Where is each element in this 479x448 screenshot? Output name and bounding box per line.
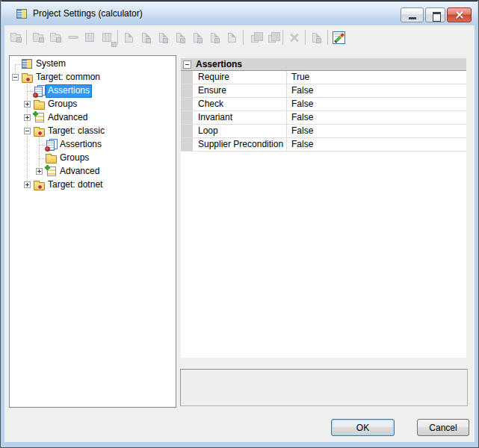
precompile-icon[interactable] bbox=[98, 29, 115, 46]
row-gutter bbox=[181, 98, 194, 111]
page-h-icon[interactable] bbox=[120, 29, 137, 46]
property-row[interactable]: Check False bbox=[181, 98, 466, 111]
maximize-button[interactable] bbox=[425, 7, 445, 22]
toolbar-separator bbox=[305, 30, 306, 45]
tree-item-label: System bbox=[34, 58, 67, 70]
page-remove-icon[interactable] bbox=[223, 29, 241, 46]
category-title: Assertions bbox=[191, 59, 242, 69]
expander-plus-icon[interactable] bbox=[36, 168, 43, 175]
property-value[interactable]: True bbox=[287, 71, 466, 84]
minimize-button[interactable] bbox=[401, 7, 424, 22]
property-value[interactable]: False bbox=[287, 84, 466, 97]
seal-badge bbox=[45, 146, 50, 152]
toolbar-separator bbox=[327, 30, 328, 45]
settings-tree[interactable]: System Target: common Assertions Groups bbox=[9, 55, 176, 408]
tree-item-advanced-common[interactable]: Advanced bbox=[10, 111, 176, 125]
tree-item-groups-common[interactable]: Groups bbox=[10, 98, 176, 111]
row-gutter bbox=[181, 71, 194, 84]
tree-connector bbox=[39, 158, 46, 159]
property-value[interactable]: False bbox=[287, 98, 466, 111]
property-name: Ensure bbox=[194, 84, 287, 97]
toolbar-separator bbox=[243, 30, 244, 45]
property-value[interactable]: False bbox=[287, 138, 466, 151]
property-row[interactable]: Invariant False bbox=[181, 111, 466, 125]
folder-disk-icon[interactable] bbox=[7, 29, 24, 46]
library-icon[interactable] bbox=[81, 29, 98, 46]
page-export-icon[interactable] bbox=[206, 29, 223, 46]
delete-icon[interactable] bbox=[285, 29, 303, 46]
row-gutter bbox=[181, 84, 194, 97]
tree-item-assertions-classic[interactable]: Assertions bbox=[10, 138, 176, 152]
folder-target-icon[interactable] bbox=[29, 29, 46, 46]
expander-minus-icon[interactable] bbox=[12, 74, 19, 81]
folder-duplicate-icon[interactable] bbox=[46, 29, 64, 46]
apply-edit-icon[interactable] bbox=[308, 29, 325, 46]
property-value[interactable]: False bbox=[287, 125, 466, 137]
seal-badge bbox=[33, 93, 38, 98]
row-gutter bbox=[181, 111, 194, 124]
property-grid: Assertions Require True Ensure False Che… bbox=[181, 58, 466, 358]
caption-buttons bbox=[401, 7, 472, 22]
tree-item-groups-classic[interactable]: Groups bbox=[10, 152, 176, 165]
tree-item-label: Target: classic bbox=[46, 125, 106, 137]
cube-copy-icon[interactable] bbox=[263, 29, 280, 46]
toolbar-separator bbox=[26, 30, 27, 45]
folder-icon bbox=[46, 155, 57, 164]
window-title: Project Settings (calculator) bbox=[33, 8, 143, 19]
expander-plus-icon[interactable] bbox=[24, 101, 31, 108]
property-row[interactable]: Supplier Precondition False bbox=[181, 138, 466, 152]
app-icon bbox=[16, 9, 27, 19]
pages-copy-icon[interactable] bbox=[189, 29, 206, 46]
tree-connector bbox=[27, 91, 34, 92]
expander-plus-icon[interactable] bbox=[24, 114, 31, 121]
tree-connector bbox=[39, 145, 46, 146]
property-row[interactable]: Loop False bbox=[181, 125, 466, 138]
titlebar[interactable]: Project Settings (calculator) bbox=[1, 1, 478, 25]
tree-item-system[interactable]: System bbox=[10, 57, 176, 71]
toolbar bbox=[7, 28, 347, 47]
tree-item-advanced-classic[interactable]: Advanced bbox=[10, 165, 176, 178]
tree-item-assertions-common[interactable]: Assertions bbox=[10, 84, 176, 98]
tree-item-target-dotnet[interactable]: Target: dotnet bbox=[10, 178, 176, 192]
property-name: Invariant bbox=[194, 111, 287, 124]
dialog-client-area: System Target: common Assertions Groups bbox=[4, 25, 475, 442]
expander-minus-icon[interactable] bbox=[24, 128, 31, 134]
close-button[interactable] bbox=[447, 7, 472, 22]
advanced-icon bbox=[35, 113, 44, 122]
system-icon bbox=[22, 59, 32, 69]
tree-item-target-common[interactable]: Target: common bbox=[10, 71, 176, 84]
tree-item-label: Target: common bbox=[34, 72, 102, 84]
collapse-category-icon[interactable] bbox=[183, 60, 191, 69]
project-settings-window: Project Settings (calculator) bbox=[0, 0, 479, 448]
target-folder-icon bbox=[34, 128, 45, 137]
property-name: Check bbox=[194, 98, 287, 111]
tree-item-label-selected: Assertions bbox=[46, 85, 91, 97]
target-folder-icon bbox=[34, 182, 45, 190]
advanced-icon bbox=[47, 167, 56, 176]
page-add-alt-icon[interactable] bbox=[172, 29, 189, 46]
row-gutter bbox=[181, 125, 194, 137]
property-row[interactable]: Ensure False bbox=[181, 84, 466, 98]
property-category-header[interactable]: Assertions bbox=[181, 58, 466, 71]
page-add-icon[interactable] bbox=[155, 29, 172, 46]
tree-item-label: Groups bbox=[58, 152, 90, 164]
page-reload-icon[interactable] bbox=[137, 29, 155, 46]
property-row[interactable]: Require True bbox=[181, 71, 466, 84]
tree-item-label: Assertions bbox=[58, 139, 103, 151]
detach-icon[interactable] bbox=[64, 29, 81, 46]
tree-item-label: Target: dotnet bbox=[46, 179, 104, 191]
description-panel bbox=[180, 369, 468, 406]
expander-plus-icon[interactable] bbox=[24, 181, 31, 188]
cancel-button[interactable]: Cancel bbox=[417, 419, 469, 436]
cube-icon[interactable] bbox=[246, 29, 263, 46]
property-value[interactable]: False bbox=[287, 111, 466, 124]
tree-connector bbox=[15, 64, 22, 65]
toolbar-separator bbox=[117, 30, 118, 45]
tree-item-target-classic[interactable]: Target: classic bbox=[10, 125, 176, 138]
edit-pencil-icon[interactable] bbox=[330, 29, 347, 46]
folder-icon bbox=[34, 102, 45, 110]
toolbar-separator bbox=[282, 30, 283, 45]
row-gutter bbox=[181, 138, 194, 151]
ok-button[interactable]: OK bbox=[331, 419, 395, 436]
assertions-icon bbox=[46, 139, 58, 150]
